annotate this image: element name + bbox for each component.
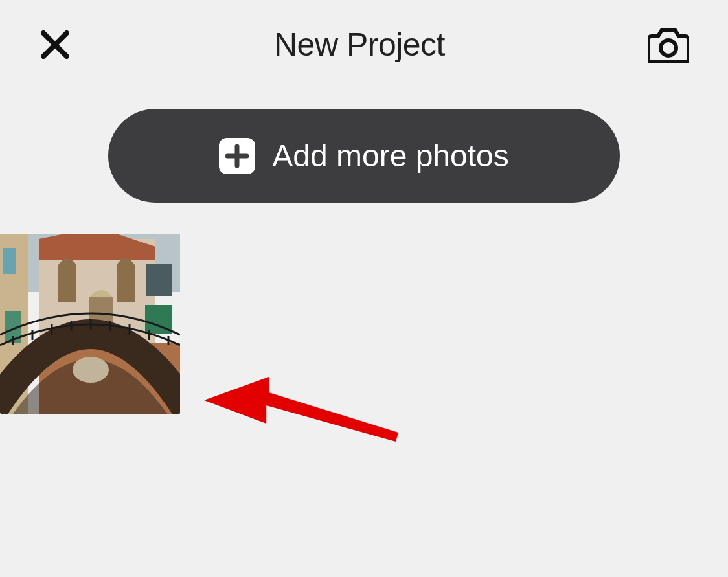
thumbnails-row bbox=[0, 234, 728, 414]
plus-icon bbox=[219, 138, 255, 174]
add-more-container: Add more photos bbox=[0, 109, 728, 203]
thumbnail-image bbox=[0, 234, 180, 414]
camera-icon bbox=[648, 26, 689, 63]
svg-rect-7 bbox=[3, 248, 16, 274]
svg-rect-14 bbox=[159, 264, 172, 296]
close-icon bbox=[41, 30, 69, 59]
add-more-photos-button[interactable]: Add more photos bbox=[108, 109, 620, 203]
close-button[interactable] bbox=[39, 28, 71, 61]
svg-point-2 bbox=[661, 40, 676, 56]
photo-thumbnail[interactable] bbox=[0, 234, 180, 414]
svg-rect-13 bbox=[146, 264, 159, 296]
page-title: New Project bbox=[274, 26, 445, 63]
svg-rect-11 bbox=[58, 265, 76, 302]
camera-button[interactable] bbox=[648, 26, 689, 63]
header: New Project bbox=[0, 0, 728, 83]
svg-point-28 bbox=[73, 357, 109, 383]
svg-rect-12 bbox=[117, 265, 135, 302]
add-more-label: Add more photos bbox=[272, 138, 509, 174]
